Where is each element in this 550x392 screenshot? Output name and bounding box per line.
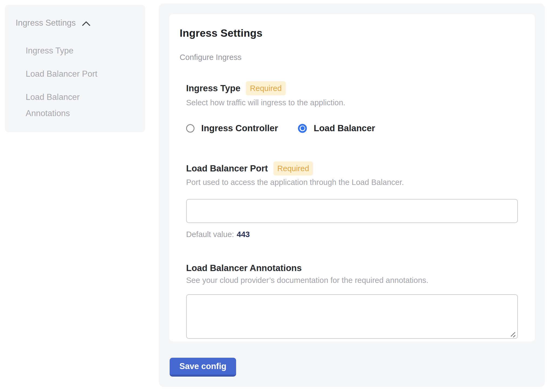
page-subtitle: Configure Ingress bbox=[180, 53, 518, 62]
annotations-textarea-wrap bbox=[186, 294, 518, 339]
default-value-label: Default value: bbox=[186, 230, 234, 239]
load-balancer-annotations-description: See your cloud provider’s documentation … bbox=[186, 276, 518, 285]
sidebar-group-ingress-settings[interactable]: Ingress Settings bbox=[16, 17, 137, 29]
sidebar-item-ingress-type[interactable]: Ingress Type bbox=[26, 43, 108, 59]
load-balancer-annotations-textarea[interactable] bbox=[186, 294, 518, 339]
load-balancer-port-label-row: Load Balancer Port Required bbox=[186, 161, 518, 175]
sidebar-group-label: Ingress Settings bbox=[16, 17, 76, 29]
radio-checked-icon[interactable] bbox=[298, 124, 307, 133]
radio-option-label: Ingress Controller bbox=[201, 123, 278, 133]
ingress-type-label-row: Ingress Type Required bbox=[186, 81, 518, 95]
form-sections: Ingress Type Required Select how traffic… bbox=[186, 81, 518, 339]
load-balancer-port-description: Port used to access the application thro… bbox=[186, 178, 518, 187]
sidebar-item-load-balancer-port[interactable]: Load Balancer Port bbox=[26, 66, 108, 82]
chevron-up-icon[interactable] bbox=[82, 20, 91, 27]
page-title: Ingress Settings bbox=[180, 27, 518, 39]
sidebar-nav: Ingress Type Load Balancer Port Load Bal… bbox=[16, 43, 108, 121]
save-config-button[interactable]: Save config bbox=[170, 358, 236, 377]
resize-handle-icon[interactable] bbox=[510, 331, 517, 337]
required-badge: Required bbox=[273, 161, 313, 175]
radio-option-load-balancer[interactable]: Load Balancer bbox=[298, 123, 375, 133]
sidebar-item-load-balancer-annotations[interactable]: Load Balancer Annotations bbox=[26, 89, 108, 121]
required-badge: Required bbox=[246, 81, 286, 95]
default-value: 443 bbox=[237, 230, 250, 239]
radio-unchecked-icon[interactable] bbox=[186, 124, 194, 133]
radio-option-label: Load Balancer bbox=[314, 123, 375, 133]
load-balancer-annotations-label-row: Load Balancer Annotations bbox=[186, 263, 518, 273]
settings-sidebar: Ingress Settings Ingress Type Load Balan… bbox=[5, 5, 145, 132]
load-balancer-port-label: Load Balancer Port bbox=[186, 163, 268, 174]
ingress-type-description: Select how traffic will ingress to the a… bbox=[186, 98, 518, 107]
ingress-type-label: Ingress Type bbox=[186, 83, 240, 94]
load-balancer-port-input[interactable] bbox=[186, 199, 518, 223]
radio-option-ingress-controller[interactable]: Ingress Controller bbox=[186, 123, 278, 133]
ingress-settings-card: Ingress Settings Configure Ingress Ingre… bbox=[169, 14, 535, 342]
main-panel: Ingress Settings Configure Ingress Ingre… bbox=[159, 4, 545, 387]
ingress-type-radio-group: Ingress Controller Load Balancer bbox=[186, 123, 518, 133]
default-value-row: Default value:443 bbox=[186, 230, 518, 239]
load-balancer-annotations-label: Load Balancer Annotations bbox=[186, 263, 302, 273]
